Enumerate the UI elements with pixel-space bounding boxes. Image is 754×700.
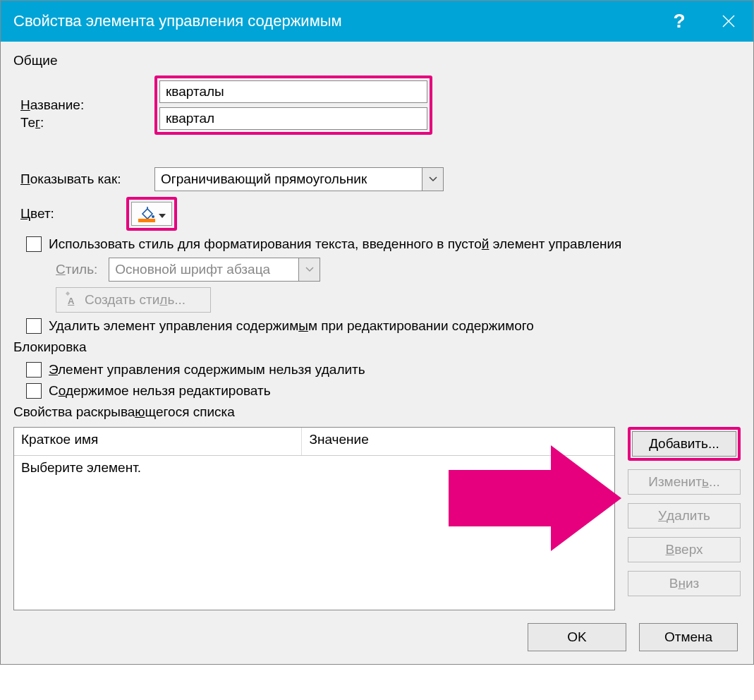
delete-button: Удалить xyxy=(628,503,741,529)
section-dropdown: Свойства раскрывающегося списка xyxy=(13,404,741,420)
close-button[interactable] xyxy=(704,1,753,42)
checkbox-cannot-edit[interactable] xyxy=(26,383,42,399)
svg-text:A: A xyxy=(68,296,75,306)
new-style-icon: A xyxy=(63,291,79,309)
checkbox-use-style[interactable] xyxy=(26,236,42,252)
svg-point-2 xyxy=(152,215,154,218)
col-display-name: Краткое имя xyxy=(14,428,302,455)
help-button[interactable]: ? xyxy=(655,1,704,42)
ok-button[interactable]: OK xyxy=(528,623,626,651)
list-header: Краткое имя Значение xyxy=(14,428,614,456)
highlight-color xyxy=(126,197,177,231)
label-use-style: Использовать стиль для форматирования те… xyxy=(49,236,621,252)
label-show-as: Показывать как: xyxy=(13,171,154,187)
dropdown-list[interactable]: Краткое имя Значение Выберите элемент. xyxy=(13,427,615,610)
section-general: Общие xyxy=(13,53,741,68)
new-style-button: A Создать стиль... xyxy=(56,287,211,313)
col-value: Значение xyxy=(302,428,614,455)
down-button: Вниз xyxy=(628,571,741,596)
label-color: Цвет: xyxy=(13,206,126,222)
svg-marker-3 xyxy=(159,214,166,218)
highlight-add: Добавить... xyxy=(628,427,741,461)
label-delete-on-edit: Удалить элемент управления содержимым пр… xyxy=(49,318,534,334)
color-picker-button[interactable] xyxy=(131,202,172,226)
list-placeholder-row[interactable]: Выберите элемент. xyxy=(14,456,614,480)
chevron-down-icon xyxy=(298,258,320,281)
chevron-down-icon xyxy=(422,168,443,191)
tag-input[interactable] xyxy=(159,107,427,130)
label-cannot-edit: Содержимое нельзя редактировать xyxy=(49,383,271,399)
name-input[interactable] xyxy=(159,80,427,103)
section-locking: Блокировка xyxy=(13,339,741,355)
up-button: Вверх xyxy=(628,537,741,562)
checkbox-cannot-delete[interactable] xyxy=(26,362,42,378)
highlight-name-tag xyxy=(154,76,432,135)
show-as-value: Ограничивающий прямоугольник xyxy=(155,168,422,191)
style-select: Основной шрифт абзаца xyxy=(109,258,320,282)
label-name: Название: xyxy=(13,97,154,113)
edit-button: Изменить... xyxy=(628,469,741,495)
label-cannot-delete: Элемент управления содержимым нельзя уда… xyxy=(49,362,365,378)
caret-down-icon xyxy=(159,206,166,222)
show-as-select[interactable]: Ограничивающий прямоугольник xyxy=(154,167,444,191)
dialog-title: Свойства элемента управления содержимым xyxy=(13,12,655,30)
paint-bucket-icon xyxy=(138,205,155,222)
checkbox-delete-on-edit[interactable] xyxy=(26,318,42,334)
titlebar: Свойства элемента управления содержимым … xyxy=(1,1,753,42)
add-button[interactable]: Добавить... xyxy=(632,431,736,457)
style-value: Основной шрифт абзаца xyxy=(109,258,298,281)
close-icon xyxy=(722,15,735,28)
new-style-label: Создать стиль... xyxy=(85,292,186,308)
label-style: Стиль: xyxy=(56,262,97,277)
dialog-window: Свойства элемента управления содержимым … xyxy=(0,0,754,665)
dialog-body: Общие Название: Тег: Показывать как: Огр… xyxy=(1,42,753,664)
cancel-button[interactable]: Отмена xyxy=(639,623,738,651)
